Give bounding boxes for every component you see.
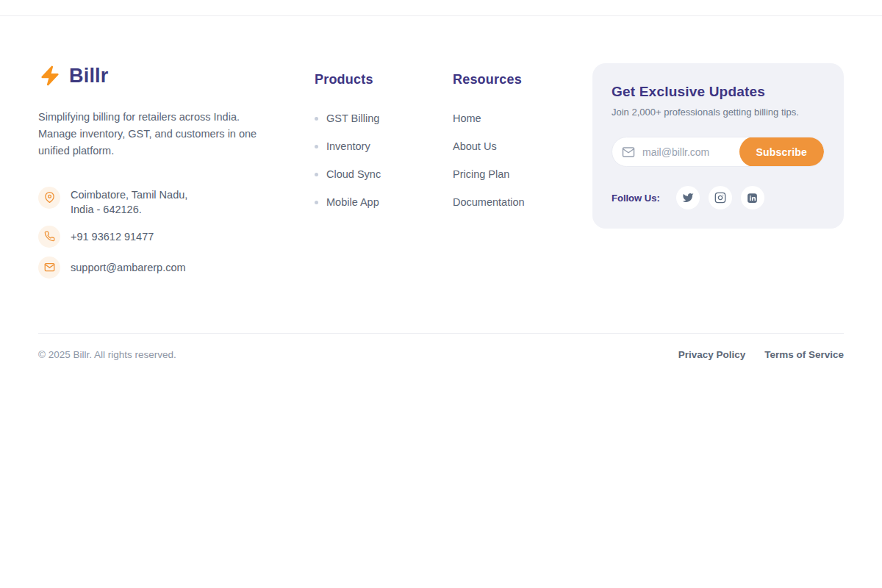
instagram-icon <box>714 192 726 204</box>
brand-name: Billr <box>69 65 109 87</box>
input-mail-icon <box>622 146 635 159</box>
footer: Billr Simplifying billing for retailers … <box>38 16 844 376</box>
link-gst-billing[interactable]: GST Billing <box>315 112 453 124</box>
privacy-policy-link[interactable]: Privacy Policy <box>678 349 746 360</box>
subscribe-button[interactable]: Subscribe <box>739 137 825 167</box>
link-inventory[interactable]: Inventory <box>315 140 453 152</box>
phone-text: +91 93612 91477 <box>71 229 154 244</box>
link-label: Inventory <box>326 140 370 152</box>
legal-links: Privacy Policy Terms of Service <box>678 349 844 360</box>
social-linkedin-button[interactable] <box>741 186 764 209</box>
subscribe-form: Subscribe <box>612 137 825 167</box>
newsletter-subtitle: Join 2,000+ professionals getting billin… <box>612 107 825 118</box>
map-pin-icon <box>38 187 60 209</box>
bullet-dot <box>315 173 318 176</box>
brand-tagline: Simplifying billing for retailers across… <box>38 109 275 160</box>
mail-icon <box>38 257 60 279</box>
bullet-dot <box>315 145 318 148</box>
contact-phone: +91 93612 91477 <box>38 226 315 248</box>
brand-logo: Billr <box>38 63 315 88</box>
address-line-1: Coimbatore, Tamil Nadu, <box>71 189 187 201</box>
resources-column: Resources Home About Us Pricing Plan Doc… <box>453 63 592 224</box>
link-label: Documentation <box>453 196 525 208</box>
link-cloud-sync[interactable]: Cloud Sync <box>315 168 453 180</box>
products-column: Products GST Billing Inventory Cloud Syn… <box>315 63 453 224</box>
resources-title: Resources <box>453 72 592 87</box>
link-label: About Us <box>453 140 497 152</box>
copyright-text: © 2025 Billr. All rights reserved. <box>38 349 176 360</box>
link-documentation[interactable]: Documentation <box>453 196 592 208</box>
bottom-bar: © 2025 Billr. All rights reserved. Priva… <box>38 333 844 376</box>
link-label: Mobile App <box>326 196 379 208</box>
follow-label: Follow Us: <box>612 193 660 204</box>
link-label: Home <box>453 112 481 124</box>
follow-row: Follow Us: <box>612 186 825 209</box>
link-label: GST Billing <box>326 112 379 124</box>
email-input[interactable] <box>641 146 739 159</box>
link-pricing-plan[interactable]: Pricing Plan <box>453 168 592 180</box>
link-label: Cloud Sync <box>326 168 381 180</box>
address-text: Coimbatore, Tamil Nadu, India - 642126. <box>71 187 187 217</box>
link-mobile-app[interactable]: Mobile App <box>315 196 453 208</box>
social-twitter-button[interactable] <box>676 186 700 209</box>
link-about-us[interactable]: About Us <box>453 140 592 152</box>
terms-of-service-link[interactable]: Terms of Service <box>764 349 844 360</box>
contact-list: Coimbatore, Tamil Nadu, India - 642126. … <box>38 187 315 279</box>
twitter-icon <box>682 192 694 204</box>
email-text: support@ambarerp.com <box>71 259 186 275</box>
contact-address: Coimbatore, Tamil Nadu, India - 642126. <box>38 187 315 217</box>
phone-icon <box>38 226 60 248</box>
address-line-2: India - 642126. <box>71 204 142 215</box>
link-label: Pricing Plan <box>453 168 509 180</box>
bolt-icon <box>38 63 62 88</box>
contact-email: support@ambarerp.com <box>38 257 315 279</box>
top-divider <box>0 0 882 16</box>
social-instagram-button[interactable] <box>709 186 732 209</box>
products-title: Products <box>315 72 453 87</box>
bullet-dot <box>315 201 318 204</box>
link-home[interactable]: Home <box>453 112 592 124</box>
linkedin-icon <box>746 192 759 204</box>
brand-column: Billr Simplifying billing for retailers … <box>38 63 315 287</box>
newsletter-card: Get Exclusive Updates Join 2,000+ profes… <box>592 63 844 229</box>
bullet-dot <box>315 117 318 121</box>
newsletter-title: Get Exclusive Updates <box>612 84 825 100</box>
